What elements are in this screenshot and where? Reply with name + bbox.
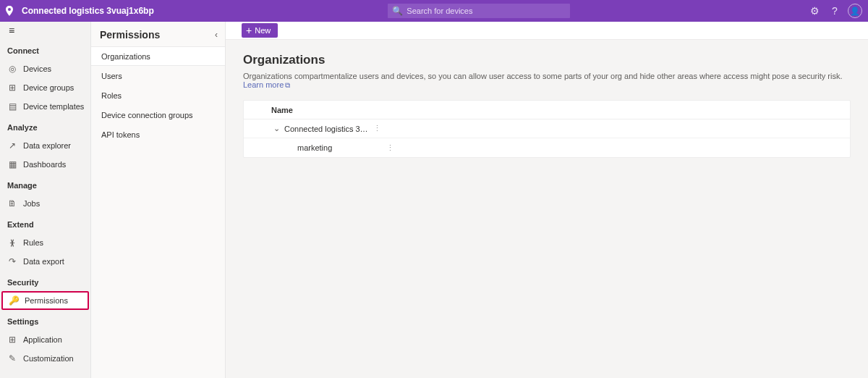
jobs-icon: 🗎 [7, 198, 17, 209]
data-export-icon: ↷ [7, 256, 17, 266]
nav-group-analyze: Analyze [0, 116, 90, 136]
devices-icon: ◎ [7, 64, 17, 74]
primary-nav: ≡ Connect ◎Devices ⊞Device groups ▤Devic… [0, 22, 91, 378]
chevron-left-icon[interactable]: ‹ [215, 30, 218, 40]
search-input[interactable] [388, 4, 570, 18]
subnav-item-roles[interactable]: Roles [91, 85, 225, 105]
nav-group-connect: Connect [0, 39, 90, 59]
nav-item-device-templates[interactable]: ▤Device templates [0, 97, 90, 116]
nav-item-device-groups[interactable]: ⊞Device groups [0, 78, 90, 97]
app-title: Connected logistics 3vuaj1x6bp [22, 6, 154, 16]
subnav-item-label: API tokens [101, 130, 140, 139]
subnav-item-device-connection-groups[interactable]: Device connection groups [91, 105, 225, 125]
nav-item-customization[interactable]: ✎Customization [0, 349, 90, 368]
nav-item-jobs[interactable]: 🗎Jobs [0, 194, 90, 213]
nav-item-label: Device templates [23, 102, 84, 111]
nav-item-application[interactable]: ⊞Application [0, 330, 90, 349]
device-templates-icon: ▤ [7, 101, 17, 112]
subnav-item-label: Users [101, 72, 122, 80]
learn-more-link[interactable]: Learn more [243, 80, 284, 89]
nav-group-manage: Manage [0, 174, 90, 194]
nav-item-label: Jobs [23, 199, 40, 208]
nav-item-devices[interactable]: ◎Devices [0, 59, 90, 78]
table-header: Name [244, 101, 850, 119]
nav-item-label: Customization [23, 354, 74, 363]
data-explorer-icon: ↗ [7, 140, 17, 151]
app-header: Connected logistics 3vuaj1x6bp 🔍 ⚙ ? 👤 [0, 0, 868, 22]
nav-item-label: Permissions [25, 296, 68, 305]
device-groups-icon: ⊞ [7, 83, 17, 93]
row-name: Connected logistics 3v... [283, 125, 370, 133]
row-name: marketing [296, 143, 383, 152]
external-link-icon: ⧉ [285, 81, 290, 89]
subnav-title: Permissions [100, 29, 160, 41]
search-icon: 🔍 [392, 6, 403, 16]
organizations-table: Name ⌄ Connected logistics 3v... ⋮ marke… [243, 100, 851, 158]
nav-item-data-explorer[interactable]: ↗Data explorer [0, 136, 90, 155]
subnav-item-label: Organizations [101, 52, 150, 61]
nav-group-extend: Extend [0, 213, 90, 233]
toolbar: +New [226, 22, 868, 40]
new-button[interactable]: +New [242, 23, 278, 38]
table-row[interactable]: ⌄ Connected logistics 3v... ⋮ [244, 119, 850, 138]
nav-item-rules[interactable]: ᚕRules [0, 233, 90, 252]
application-icon: ⊞ [7, 335, 17, 345]
table-row[interactable]: marketing ⋮ [244, 138, 850, 157]
location-icon [0, 6, 19, 16]
nav-group-security: Security [0, 271, 90, 291]
main-content: +New Organizations Organizations compart… [226, 22, 868, 378]
avatar[interactable]: 👤 [848, 4, 862, 18]
nav-item-data-export[interactable]: ↷Data export [0, 252, 90, 271]
gear-icon[interactable]: ⚙ [804, 5, 825, 17]
rules-icon: ᚕ [7, 238, 17, 248]
help-icon[interactable]: ? [825, 5, 845, 17]
nav-item-label: Device groups [23, 83, 74, 92]
page-title: Organizations [243, 53, 851, 67]
customization-icon: ✎ [7, 353, 17, 364]
subnav-item-label: Device connection groups [101, 111, 193, 119]
nav-item-label: Devices [23, 64, 51, 73]
row-actions-icon[interactable]: ⋮ [383, 143, 397, 153]
chevron-down-icon[interactable]: ⌄ [270, 124, 283, 133]
hamburger-icon[interactable]: ≡ [0, 22, 90, 39]
nav-item-label: Rules [23, 238, 43, 247]
row-actions-icon[interactable]: ⋮ [370, 124, 384, 133]
subnav-item-users[interactable]: Users [91, 66, 225, 85]
nav-item-permissions[interactable]: 🔑Permissions [1, 291, 89, 310]
dashboards-icon: ▦ [7, 159, 17, 169]
nav-group-settings: Settings [0, 310, 90, 330]
page-description: Organizations compartmentalize users and… [243, 72, 851, 90]
subnav-item-label: Roles [101, 91, 122, 100]
plus-icon: + [246, 25, 252, 35]
nav-item-label: Data explorer [23, 141, 71, 150]
subnav-item-organizations[interactable]: Organizations [91, 46, 225, 66]
nav-item-dashboards[interactable]: ▦Dashboards [0, 155, 90, 174]
new-button-label: New [255, 26, 271, 35]
permissions-subnav: Permissions ‹ Organizations Users Roles … [91, 22, 226, 378]
nav-item-label: Application [23, 335, 62, 344]
permissions-icon: 🔑 [9, 295, 19, 306]
nav-item-label: Dashboards [23, 160, 66, 169]
nav-item-label: Data export [23, 257, 64, 266]
column-name[interactable]: Name [270, 106, 293, 114]
subnav-item-api-tokens[interactable]: API tokens [91, 125, 225, 144]
